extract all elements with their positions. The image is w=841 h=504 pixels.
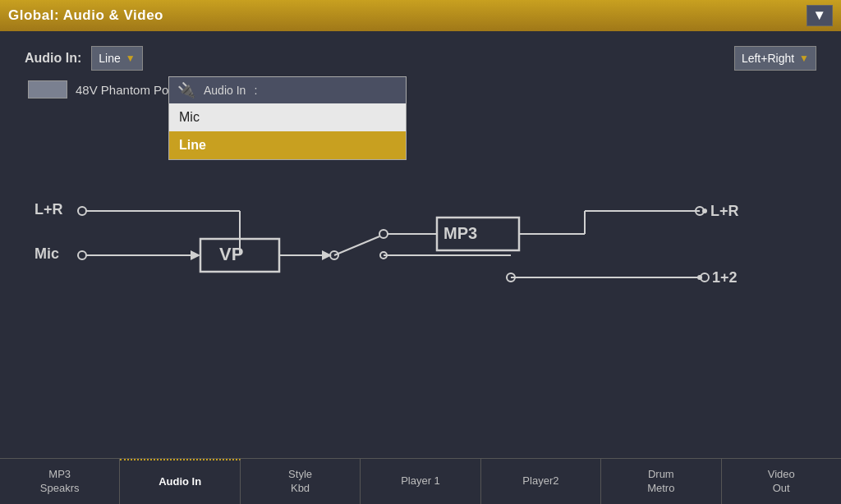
out12-label: 1+2 (712, 269, 738, 286)
plug-icon: 🔌 (177, 81, 195, 99)
tab-audio-in[interactable]: Audio In (120, 459, 240, 504)
tab-drum-metro[interactable]: DrumMetro (601, 459, 721, 504)
tab-player2[interactable]: Player2 (481, 459, 601, 504)
lr-label-right: L+R (710, 203, 739, 219)
svg-line-10 (334, 236, 379, 255)
phantom-power-button[interactable] (28, 80, 67, 99)
audio-in-row: Audio In: Line ▼ Left+Right ▼ (25, 46, 816, 71)
title-text: Global: Audio & Video (8, 7, 163, 24)
svg-point-0 (78, 207, 86, 215)
tab-style-kbd[interactable]: StyleKbd (241, 459, 361, 504)
tab-video-out[interactable]: VideoOut (722, 459, 841, 504)
mp3-label: MP3 (443, 224, 477, 242)
tab-bar: MP3Speakrs Audio In StyleKbd Player 1 Pl… (0, 458, 841, 504)
svg-point-11 (379, 230, 388, 238)
left-right-value: Left+Right (742, 52, 794, 65)
left-right-arrow-icon: ▼ (799, 53, 809, 64)
dropdown-header: 🔌 Audio In : (169, 77, 406, 103)
tab-player1[interactable]: Player 1 (361, 459, 480, 504)
title-bar: Global: Audio & Video ▼ (0, 0, 841, 31)
svg-point-19 (702, 208, 707, 213)
dropdown-item-mic[interactable]: Mic (169, 103, 406, 131)
left-right-dropdown-btn[interactable]: Left+Right ▼ (734, 46, 816, 71)
tab-mp3-speakrs[interactable]: MP3Speakrs (0, 459, 120, 504)
dropdown-popup: 🔌 Audio In : Mic Line (168, 76, 407, 160)
audio-in-label: Audio In: (25, 51, 81, 66)
svg-marker-5 (191, 250, 200, 260)
audio-in-arrow-icon: ▼ (126, 53, 136, 64)
mic-label-left: Mic (34, 245, 59, 262)
svg-point-3 (78, 251, 86, 259)
dropdown-item-line[interactable]: Line (169, 131, 406, 159)
title-arrow-icon: ▼ (812, 7, 826, 24)
signal-flow-diagram: L+R Mic VP (25, 158, 816, 458)
audio-in-value: Line (99, 52, 120, 65)
audio-in-dropdown-btn[interactable]: Line ▼ (91, 46, 142, 71)
dropdown-header-label: Audio In (204, 84, 246, 97)
diagram-svg: L+R Mic VP (25, 158, 816, 347)
title-dropdown-arrow[interactable]: ▼ (807, 5, 833, 26)
main-content: Audio In: Line ▼ Left+Right ▼ 🔌 Audio In… (0, 31, 841, 458)
phantom-row: 48V Phantom Pow... (28, 80, 816, 99)
colon-label: : (254, 84, 257, 97)
lr-label-left: L+R (34, 201, 63, 218)
